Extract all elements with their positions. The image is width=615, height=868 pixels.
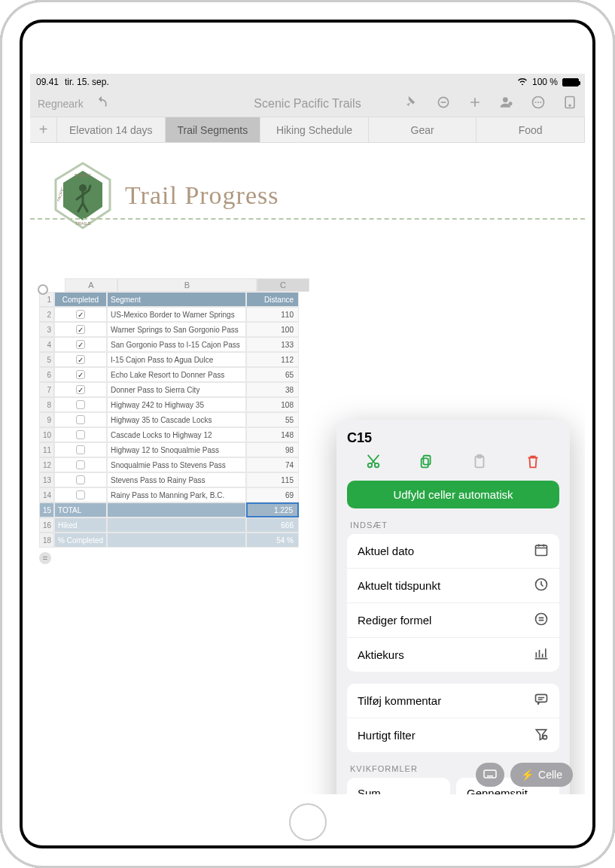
formula-button[interactable]: = — [39, 552, 51, 564]
add-sheet-button[interactable]: + — [30, 117, 57, 142]
row-num[interactable]: 18 — [39, 533, 54, 548]
col-header-c[interactable]: C — [257, 278, 309, 292]
checkbox[interactable] — [76, 475, 85, 484]
checkbox[interactable] — [76, 445, 85, 454]
insert-clock[interactable]: Aktuelt tidspunkt — [347, 569, 559, 603]
cell-segment[interactable]: Cascade Locks to Highway 12 — [107, 427, 246, 442]
cell-completed[interactable] — [54, 397, 107, 412]
cell-distance[interactable]: 100 — [246, 322, 299, 337]
sheet-canvas[interactable]: SCENIC PACIFIC TRAILS Trail Progress A B… — [30, 143, 585, 794]
insert-calendar[interactable]: Aktuel dato — [347, 534, 559, 569]
pct-value[interactable]: 54 % — [246, 533, 299, 548]
tab-trail-segments[interactable]: Trail Segments — [166, 117, 261, 142]
row-num[interactable]: 13 — [39, 472, 54, 487]
cell-segment[interactable]: Highway 242 to Highway 35 — [107, 397, 246, 412]
cell-segment[interactable]: Highway 35 to Cascade Locks — [107, 412, 246, 427]
cell-completed[interactable] — [54, 487, 107, 502]
hiked-value[interactable]: 666 — [246, 517, 299, 533]
cell-segment[interactable]: Highway 12 to Snoqualmie Pass — [107, 442, 246, 457]
extra-comment[interactable]: Tilføj kommentar — [347, 684, 559, 718]
table[interactable]: A B C 1 Completed Segment Distance 2US-M… — [30, 278, 331, 564]
row-num[interactable]: 3 — [39, 322, 54, 337]
cell-completed[interactable] — [54, 427, 107, 442]
cell-distance[interactable]: 55 — [246, 412, 299, 427]
cell-distance[interactable]: 65 — [246, 367, 299, 382]
format-brush-icon[interactable] — [404, 95, 419, 113]
checkbox[interactable] — [76, 400, 85, 409]
cell-completed[interactable] — [54, 412, 107, 427]
paste-icon[interactable] — [471, 454, 488, 473]
hiked-label[interactable]: Hiked — [54, 517, 107, 533]
cell-completed[interactable] — [54, 442, 107, 457]
row-num[interactable]: 7 — [39, 382, 54, 397]
quickformula-sum[interactable]: Sum — [347, 778, 450, 794]
cell-segment[interactable]: Rainy Pass to Manning Park, B.C. — [107, 487, 246, 502]
autofill-button[interactable]: Udfyld celler automatisk — [347, 481, 559, 508]
cell-segment[interactable]: San Gorgonio Pass to I-15 Cajon Pass — [107, 337, 246, 352]
row-num[interactable]: 5 — [39, 352, 54, 367]
tab-elevation[interactable]: Elevation 14 days — [57, 117, 166, 142]
keyboard-button[interactable] — [476, 763, 504, 787]
cell-distance[interactable]: 38 — [246, 382, 299, 397]
cell-completed[interactable] — [54, 337, 107, 352]
cell-segment[interactable]: Echo Lake Resort to Donner Pass — [107, 367, 246, 382]
tab-food[interactable]: Food — [476, 117, 585, 142]
delete-icon[interactable] — [525, 454, 541, 473]
checkbox[interactable] — [76, 490, 85, 499]
header-completed[interactable]: Completed — [54, 292, 107, 307]
cell-completed[interactable] — [54, 457, 107, 472]
header-distance[interactable]: Distance — [246, 292, 299, 307]
collab-icon[interactable] — [499, 95, 514, 113]
checkbox[interactable] — [76, 370, 85, 379]
checkbox[interactable] — [76, 430, 85, 439]
comment-icon[interactable] — [436, 95, 451, 113]
row-num[interactable]: 14 — [39, 487, 54, 502]
col-header-a[interactable]: A — [65, 278, 117, 292]
cell-segment[interactable]: Donner Pass to Sierra City — [107, 382, 246, 397]
undo-button[interactable] — [94, 95, 109, 112]
tab-gear[interactable]: Gear — [369, 117, 477, 142]
cell-segment[interactable]: Warner Springs to San Gorgonio Pass — [107, 322, 246, 337]
row-num[interactable]: 8 — [39, 397, 54, 412]
row-num[interactable]: 4 — [39, 337, 54, 352]
cell-segment[interactable]: Snoqualmie Pass to Stevens Pass — [107, 457, 246, 472]
cell-segment[interactable]: I-15 Cajon Pass to Agua Dulce — [107, 352, 246, 367]
add-icon[interactable] — [467, 95, 483, 113]
cell-segment[interactable]: US-Mexico Border to Warner Springs — [107, 307, 246, 322]
cell-distance[interactable]: 98 — [246, 442, 299, 457]
row-num[interactable]: 10 — [39, 427, 54, 442]
cell-completed[interactable] — [54, 307, 107, 322]
cell-distance[interactable]: 69 — [246, 487, 299, 502]
cell-distance[interactable]: 148 — [246, 427, 299, 442]
pct-label[interactable]: % Completed — [54, 533, 107, 548]
cell-completed[interactable] — [54, 352, 107, 367]
inspector-icon[interactable] — [562, 95, 577, 113]
cell-mode-button[interactable]: ⚡ Celle — [510, 763, 573, 787]
checkbox[interactable] — [76, 415, 85, 424]
row-num[interactable]: 12 — [39, 457, 54, 472]
cell-completed[interactable] — [54, 367, 107, 382]
home-button[interactable] — [289, 803, 327, 841]
extra-filter[interactable]: Hurtigt filter — [347, 718, 559, 752]
cell-completed[interactable] — [54, 382, 107, 397]
total-label[interactable]: TOTAL — [54, 502, 107, 517]
checkbox[interactable] — [76, 355, 85, 364]
col-header-b[interactable]: B — [117, 278, 257, 292]
row-num[interactable]: 16 — [39, 517, 54, 533]
checkbox[interactable] — [76, 385, 85, 394]
more-icon[interactable] — [531, 95, 546, 113]
row-num[interactable]: 11 — [39, 442, 54, 457]
cell-distance[interactable]: 74 — [246, 457, 299, 472]
tab-hiking-schedule[interactable]: Hiking Schedule — [260, 117, 369, 142]
cell-distance[interactable]: 115 — [246, 472, 299, 487]
cell-distance[interactable]: 133 — [246, 337, 299, 352]
row-num[interactable]: 15 — [39, 502, 54, 517]
checkbox[interactable] — [76, 460, 85, 469]
checkbox[interactable] — [76, 340, 85, 349]
cut-icon[interactable] — [365, 454, 382, 473]
insert-equals[interactable]: Rediger formel — [347, 603, 559, 638]
row-num[interactable]: 6 — [39, 367, 54, 382]
cell-distance[interactable]: 110 — [246, 307, 299, 322]
checkbox[interactable] — [76, 325, 85, 334]
cell-c15-selected[interactable]: 1.225 — [246, 502, 299, 517]
